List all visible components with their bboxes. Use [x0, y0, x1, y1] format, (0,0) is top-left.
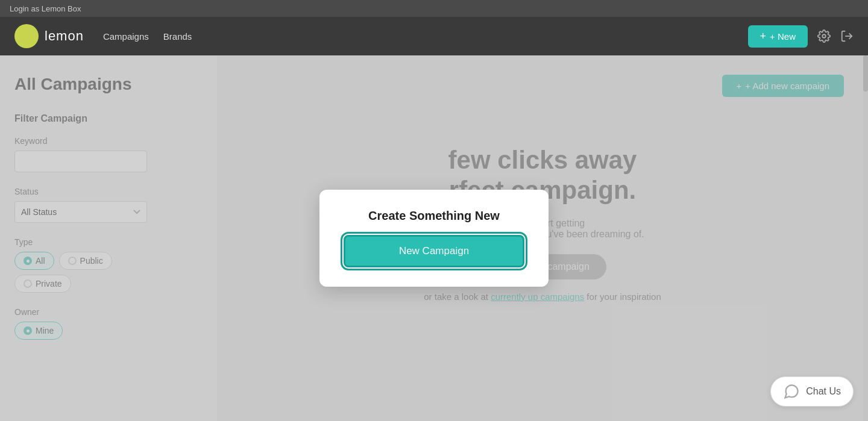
nav-link-campaigns[interactable]: Campaigns: [103, 29, 149, 44]
nav-links: Campaigns Brands: [103, 29, 192, 44]
modal: Create Something New New Campaign: [319, 190, 549, 287]
chat-label: Chat Us: [806, 386, 841, 397]
plus-icon: +: [760, 30, 767, 43]
logo-circle: [14, 24, 39, 48]
new-campaign-button-label: New Campaign: [399, 245, 469, 257]
modal-overlay[interactable]: Create Something New New Campaign: [0, 55, 868, 421]
nav-right: + + New: [748, 25, 854, 48]
chat-button[interactable]: Chat Us: [770, 376, 854, 407]
chat-icon: [783, 383, 800, 400]
new-button[interactable]: + + New: [748, 25, 808, 48]
gear-icon: [817, 30, 831, 43]
logout-icon: [840, 30, 854, 43]
main: All Campaigns Filter Campaign Keyword St…: [0, 55, 868, 421]
logout-button[interactable]: [840, 30, 854, 43]
topbar-text: Login as Lemon Box: [10, 4, 81, 13]
nav: lemon Campaigns Brands + + New: [0, 17, 868, 55]
logo-text: lemon: [45, 28, 84, 44]
nav-link-brands[interactable]: Brands: [163, 29, 192, 44]
topbar: Login as Lemon Box: [0, 0, 868, 17]
logo: lemon: [14, 24, 84, 48]
modal-title: Create Something New: [368, 209, 500, 223]
new-button-label: + New: [770, 31, 796, 42]
settings-button[interactable]: [817, 30, 831, 43]
nav-left: lemon Campaigns Brands: [14, 24, 192, 48]
svg-point-0: [822, 34, 826, 38]
new-campaign-button[interactable]: New Campaign: [344, 235, 524, 267]
